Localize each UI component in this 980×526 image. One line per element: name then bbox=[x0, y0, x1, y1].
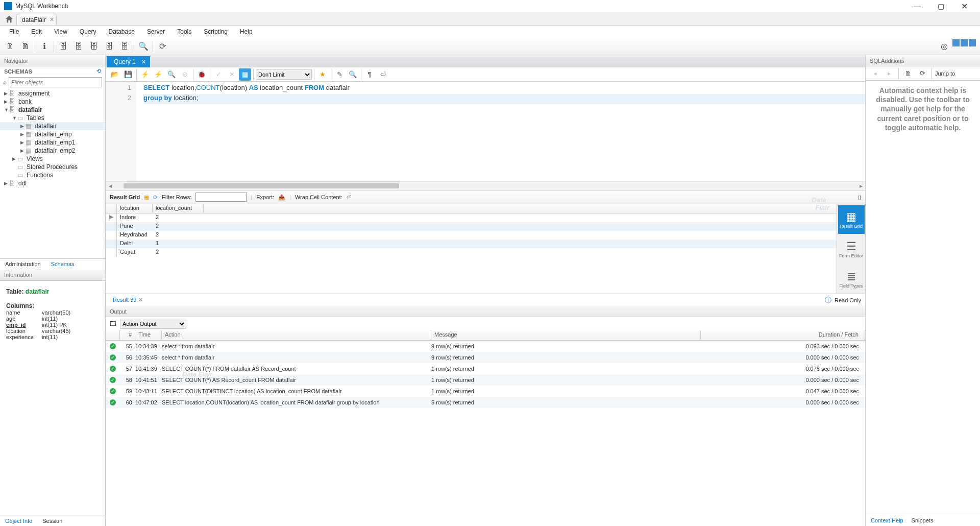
save-icon[interactable]: 💾 bbox=[122, 68, 134, 81]
gear-icon[interactable]: ◎ bbox=[937, 39, 951, 54]
output-row[interactable]: ✓5810:41:51SELECT COUNT(*) AS Record_cou… bbox=[106, 374, 865, 386]
wrap-icon[interactable]: ⏎ bbox=[377, 68, 389, 81]
new-sql-tab-icon[interactable]: 🗎 bbox=[3, 39, 17, 54]
grid-icon[interactable]: ▦ bbox=[144, 194, 149, 201]
jump-to-label[interactable]: Jump to bbox=[935, 70, 955, 77]
column-header-location[interactable]: location bbox=[117, 204, 153, 213]
output-row[interactable]: ✓5610:35:45select * from dataflair9 row(… bbox=[106, 352, 865, 363]
field-types-button[interactable]: ≣ Field Types bbox=[838, 265, 865, 294]
tab-schemas[interactable]: Schemas bbox=[46, 259, 80, 270]
tree-item-ddl[interactable]: ▶🗄ddl bbox=[0, 179, 105, 187]
horizontal-scrollbar[interactable]: ◂ ▸ bbox=[106, 181, 865, 190]
schema-tree[interactable]: ▶🗄assignment▶🗄bank▼🗄dataflair▼▭Tables▶▦d… bbox=[0, 88, 105, 258]
menu-query[interactable]: Query bbox=[74, 28, 103, 35]
db-icon[interactable]: 🗄 bbox=[56, 39, 70, 54]
menu-database[interactable]: Database bbox=[103, 28, 141, 35]
tree-item-dataflair[interactable]: ▼🗄dataflair bbox=[0, 106, 105, 114]
search-icon[interactable]: 🔍 bbox=[136, 39, 151, 54]
execute-icon[interactable]: ⚡ bbox=[139, 68, 151, 81]
column-header-count[interactable]: location_count bbox=[153, 204, 204, 213]
db-icon[interactable]: 🗄 bbox=[102, 39, 116, 54]
tree-item-dataflair_emp2[interactable]: ▶▦dataflair_emp2 bbox=[0, 147, 105, 155]
inspector-icon[interactable]: ℹ bbox=[37, 39, 52, 54]
table-row[interactable]: Pune2 bbox=[106, 222, 837, 231]
panel-toggle-left[interactable] bbox=[952, 39, 960, 46]
output-type-select[interactable]: Action Output bbox=[120, 319, 186, 329]
minimize-button[interactable]: — bbox=[905, 0, 929, 12]
close-button[interactable]: ✕ bbox=[952, 0, 976, 12]
tree-item-dataflair_emp[interactable]: ▶▦dataflair_emp bbox=[0, 130, 105, 138]
filter-objects-input[interactable] bbox=[9, 77, 102, 87]
panel-toggle-bottom[interactable] bbox=[961, 39, 968, 46]
tree-item-bank[interactable]: ▶🗄bank bbox=[0, 98, 105, 106]
cancel-icon[interactable]: ✕ bbox=[226, 68, 238, 81]
stop-icon[interactable]: ⊘ bbox=[179, 68, 191, 81]
help-icon[interactable]: 🗎 bbox=[902, 67, 914, 80]
wrap-icon[interactable]: ⏎ bbox=[347, 194, 351, 201]
filter-rows-input[interactable] bbox=[195, 193, 247, 202]
find-icon[interactable]: 🔍 bbox=[347, 68, 359, 81]
menu-tools[interactable]: Tools bbox=[171, 28, 198, 35]
menu-file[interactable]: File bbox=[3, 28, 25, 35]
sql-editor[interactable]: 12 SELECT location,COUNT(location) AS lo… bbox=[106, 82, 865, 181]
autocommit-icon[interactable]: ▦ bbox=[239, 68, 251, 81]
result-grid[interactable]: location location_count ▶Indore2Pune2Hey… bbox=[106, 204, 837, 294]
query-tab[interactable]: Query 1 ✕ bbox=[107, 56, 150, 67]
maximize-button[interactable]: ▢ bbox=[929, 0, 952, 12]
menu-view[interactable]: View bbox=[48, 28, 74, 35]
result-tab[interactable]: Result 39 ✕ bbox=[110, 297, 146, 303]
beautify-icon[interactable]: ✎ bbox=[333, 68, 346, 81]
tree-item-dataflair_emp1[interactable]: ▶▦dataflair_emp1 bbox=[0, 138, 105, 147]
limit-select[interactable]: Don't Limit bbox=[256, 69, 312, 80]
invisible-chars-icon[interactable]: ¶ bbox=[363, 68, 376, 81]
panel-split-icon[interactable]: ▯ bbox=[858, 194, 861, 201]
forward-icon[interactable]: ▸ bbox=[883, 67, 895, 80]
tab-snippets[interactable]: Snippets bbox=[912, 517, 934, 523]
tree-item-tables[interactable]: ▼▭Tables bbox=[0, 114, 105, 122]
refresh-icon[interactable]: ⟲ bbox=[96, 68, 101, 75]
table-row[interactable]: Delhi1 bbox=[106, 240, 837, 248]
tree-item-stored-procedures[interactable]: ▭Stored Procedures bbox=[0, 163, 105, 171]
refresh-icon[interactable]: ⟳ bbox=[155, 39, 169, 54]
menu-server[interactable]: Server bbox=[141, 28, 171, 35]
db-icon[interactable]: 🗄 bbox=[71, 39, 86, 54]
panel-toggle-right[interactable] bbox=[969, 39, 976, 46]
close-icon[interactable]: ✕ bbox=[141, 59, 146, 65]
result-grid-view-button[interactable]: ▦ Result Grid bbox=[838, 205, 865, 234]
explain-icon[interactable]: 🔍 bbox=[165, 68, 178, 81]
output-row[interactable]: ✓6010:47:02SELECT location,COUNT(locatio… bbox=[106, 397, 865, 408]
db-icon[interactable]: 🗄 bbox=[87, 39, 101, 54]
menu-scripting[interactable]: Scripting bbox=[198, 28, 234, 35]
table-row[interactable]: Heydrabad2 bbox=[106, 231, 837, 240]
tab-session[interactable]: Session bbox=[37, 515, 67, 526]
auto-help-icon[interactable]: ⟳ bbox=[916, 67, 928, 80]
tab-context-help[interactable]: Context Help bbox=[871, 517, 903, 523]
check-icon[interactable]: ✓ bbox=[212, 68, 225, 81]
table-row[interactable]: Gujrat2 bbox=[106, 248, 837, 257]
export-icon[interactable]: 📤 bbox=[278, 194, 285, 201]
open-sql-icon[interactable]: 🗎 bbox=[18, 39, 33, 54]
home-button[interactable] bbox=[3, 14, 15, 25]
tree-item-views[interactable]: ▶▭Views bbox=[0, 155, 105, 163]
commit-icon[interactable]: 🐞 bbox=[195, 68, 208, 81]
connection-tab[interactable]: dataFlair ✕ bbox=[16, 14, 57, 25]
menu-help[interactable]: Help bbox=[234, 28, 259, 35]
close-icon[interactable]: ✕ bbox=[50, 16, 54, 23]
output-row[interactable]: ✓5710:41:39SELECT COUNT(*) FROM dataflai… bbox=[106, 363, 865, 374]
execute-current-icon[interactable]: ⚡ bbox=[152, 68, 164, 81]
output-row[interactable]: ✓5910:43:11SELECT COUNT(DISTINCT locatio… bbox=[106, 386, 865, 397]
tab-administration[interactable]: Administration bbox=[0, 259, 46, 270]
back-icon[interactable]: ◂ bbox=[869, 67, 881, 80]
tab-object-info[interactable]: Object Info bbox=[0, 515, 37, 526]
tree-item-functions[interactable]: ▭Functions bbox=[0, 171, 105, 179]
output-row[interactable]: ✓5510:34:39select * from dataflair9 row(… bbox=[106, 341, 865, 352]
star-icon[interactable]: ★ bbox=[316, 68, 329, 81]
tree-item-dataflair[interactable]: ▶▦dataflair bbox=[0, 122, 105, 130]
db-icon[interactable]: 🗄 bbox=[117, 39, 132, 54]
tree-item-assignment[interactable]: ▶🗄assignment bbox=[0, 89, 105, 98]
form-editor-button[interactable]: ☰ Form Editor bbox=[838, 235, 865, 264]
close-icon[interactable]: ✕ bbox=[138, 297, 143, 303]
menu-edit[interactable]: Edit bbox=[25, 28, 48, 35]
open-icon[interactable]: 📂 bbox=[109, 68, 121, 81]
refresh-icon[interactable]: ⟳ bbox=[153, 194, 158, 201]
